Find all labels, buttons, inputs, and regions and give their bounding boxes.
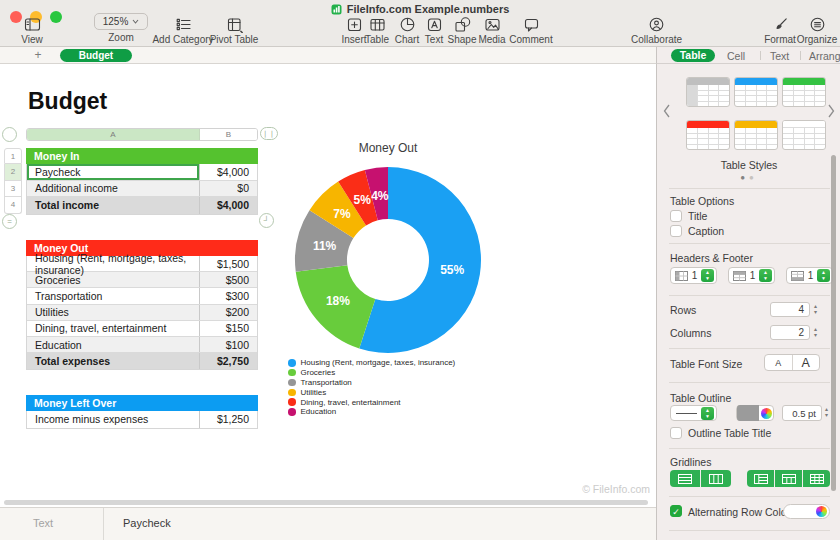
columns-stepper[interactable]: ▴▾ — [814, 326, 817, 338]
alternating-row-color-label[interactable]: Alternating Row Color — [688, 506, 790, 518]
legend-label: Dining, travel, entertainment — [301, 398, 401, 407]
column-header-a[interactable]: A — [27, 129, 200, 140]
cell-value[interactable]: $4,000 — [200, 197, 257, 214]
outline-table-title-label[interactable]: Outline Table Title — [688, 427, 771, 439]
outline-line-style-dropdown[interactable]: ▲▼ — [670, 405, 717, 421]
cell-label[interactable]: Dining, travel, entertainment — [27, 321, 200, 336]
sheet-tab-budget[interactable]: Budget — [60, 49, 132, 62]
header-column-lines-icon — [754, 474, 768, 484]
cell-value[interactable]: $500 — [200, 272, 257, 287]
outline-color-well[interactable] — [736, 405, 774, 421]
table-style-plain[interactable] — [782, 120, 826, 150]
cell-label[interactable]: Total expenses — [27, 353, 200, 369]
sidebar-scrollbar[interactable] — [831, 155, 836, 491]
view-button[interactable]: View — [12, 15, 52, 45]
organize-button[interactable]: Organize — [795, 15, 839, 45]
cell-value[interactable]: $100 — [200, 337, 257, 352]
table-style-blue[interactable] — [734, 77, 778, 107]
cell-value[interactable]: $200 — [200, 305, 257, 320]
cell-value[interactable]: $4,000 — [200, 164, 257, 180]
all-gridlines-button[interactable] — [803, 470, 830, 487]
cell-value[interactable]: $1,500 — [200, 256, 257, 271]
header-column-lines-button[interactable] — [747, 470, 774, 487]
column-header-strip[interactable]: A B — [26, 128, 258, 141]
comment-button[interactable]: Comment — [506, 15, 556, 45]
add-sheet-button[interactable]: + — [30, 48, 46, 62]
donut-chart[interactable]: 55%18%11%7%5%4% — [291, 163, 485, 357]
stepper-buttons[interactable]: ▲▼ — [701, 269, 714, 282]
cell-label[interactable]: Utilities — [27, 305, 200, 320]
cell-value[interactable]: $2,750 — [200, 353, 257, 369]
tab-text[interactable]: Text — [770, 50, 789, 62]
stepper-buttons[interactable]: ▲▼ — [759, 269, 772, 282]
header-columns-stepper[interactable]: 1 ▲▼ — [670, 267, 717, 284]
color-wheel-icon[interactable] — [816, 506, 827, 517]
alternating-row-color-checkbox[interactable]: ✓ — [670, 505, 682, 517]
cell-value[interactable]: $0 — [200, 181, 257, 197]
cell-label[interactable]: Housing (Rent, mortgage, taxes, insuranc… — [27, 256, 200, 271]
row-header-4[interactable]: 4 — [4, 197, 22, 214]
alternating-row-color-well[interactable] — [783, 504, 830, 519]
color-wheel-icon[interactable] — [761, 408, 772, 419]
caption-checkbox[interactable] — [670, 225, 682, 237]
chevron-down-icon — [132, 19, 139, 24]
outline-width-field[interactable]: 0.5 pt — [782, 405, 822, 421]
stepper-buttons[interactable]: ▲▼ — [817, 269, 830, 282]
increase-font-button[interactable]: A — [793, 355, 820, 370]
row-header-2[interactable]: 2 — [4, 164, 22, 181]
column-header-b[interactable]: B — [200, 129, 257, 140]
cell-label[interactable]: Transportation — [27, 288, 200, 303]
format-button[interactable]: Format — [760, 15, 800, 45]
row-header-strip[interactable]: 1 2 3 4 — [4, 148, 22, 214]
add-row-handle[interactable]: = — [2, 214, 17, 229]
vertical-gridlines-button[interactable] — [701, 470, 731, 487]
table-style-red[interactable] — [686, 120, 730, 150]
cell-label[interactable]: Additional income — [27, 181, 200, 197]
cell-label[interactable]: Total income — [27, 197, 200, 214]
cell-value[interactable]: $150 — [200, 321, 257, 336]
header-row-lines-button[interactable] — [775, 470, 802, 487]
footer-rows-stepper[interactable]: 1 ▲▼ — [786, 267, 833, 284]
outline-table-title-checkbox[interactable] — [670, 427, 682, 439]
table-header-cell[interactable]: Money In — [26, 148, 258, 164]
header-rows-stepper[interactable]: 1 ▲▼ — [728, 267, 775, 284]
decrease-font-button[interactable]: A — [765, 355, 793, 370]
cell-label[interactable]: Education — [27, 337, 200, 352]
zoom-dropdown[interactable]: 125% — [94, 13, 148, 30]
row-header-3[interactable]: 3 — [4, 181, 22, 198]
stepper-buttons[interactable]: ▲▼ — [701, 407, 714, 420]
slice-percent-label: 5% — [354, 193, 372, 207]
title-checkbox[interactable] — [670, 210, 682, 222]
table-style-green[interactable] — [782, 77, 826, 107]
table-style-orange[interactable] — [734, 120, 778, 150]
bottom-text-label[interactable]: Text — [33, 517, 53, 529]
styles-page-dots[interactable]: ●● — [657, 173, 840, 182]
caption-checkbox-label[interactable]: Caption — [688, 225, 724, 237]
cell-label[interactable]: Income minus expenses — [27, 411, 200, 428]
cell-value[interactable]: $1,250 — [200, 411, 257, 428]
selected-cell[interactable]: Paycheck — [27, 164, 200, 180]
table-style-gray[interactable] — [686, 77, 730, 107]
columns-value-field[interactable]: 2 — [770, 325, 810, 340]
styles-prev-icon[interactable] — [663, 104, 671, 118]
horizontal-scrollbar[interactable] — [4, 500, 648, 505]
table-header-cell[interactable]: Money Left Over — [26, 395, 258, 411]
rows-stepper[interactable]: ▴▾ — [814, 303, 817, 315]
title-checkbox-label[interactable]: Title — [688, 210, 707, 222]
rows-value-field[interactable]: 4 — [770, 302, 810, 317]
add-column-handle[interactable]: ❘❘ — [260, 127, 278, 140]
outline-width-stepper[interactable]: ▴▾ — [825, 406, 828, 418]
tab-table[interactable]: Table — [671, 49, 715, 62]
table-resize-handle[interactable]: ┘ — [259, 213, 274, 228]
pivot-table-button[interactable]: Pivot Table — [203, 15, 265, 45]
cell-label[interactable]: Groceries — [27, 272, 200, 287]
tab-arrange[interactable]: Arrange — [809, 50, 840, 62]
cell-value[interactable]: $300 — [200, 288, 257, 303]
font-size-segmented-control[interactable]: A A — [764, 354, 820, 371]
tab-cell[interactable]: Cell — [727, 50, 745, 62]
collaborate-button[interactable]: Collaborate — [631, 15, 681, 45]
row-header-1[interactable]: 1 — [4, 148, 22, 164]
horizontal-gridlines-button[interactable] — [670, 470, 700, 487]
styles-next-icon[interactable] — [827, 104, 835, 118]
table-select-handle[interactable] — [2, 127, 17, 142]
